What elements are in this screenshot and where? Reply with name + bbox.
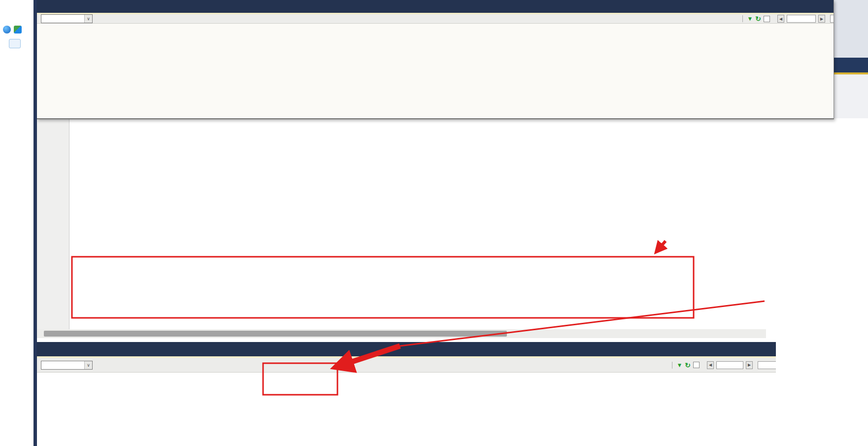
chevron-down-icon: ∨: [84, 15, 92, 23]
app-icon: [14, 26, 22, 34]
explain-results-panel: ∨ ▼ ↻ ◀ ▶: [37, 342, 776, 373]
filter-icon[interactable]: ▼: [747, 15, 753, 22]
row-count-input[interactable]: [758, 361, 776, 369]
editor-gutter: [37, 118, 69, 329]
background-window-left: [0, 0, 33, 446]
readonly-select[interactable]: ∨: [41, 361, 93, 370]
result-tabbar: [37, 342, 776, 356]
refresh-icon[interactable]: ↻: [685, 361, 691, 369]
annotation-line: [400, 301, 765, 346]
horizontal-scrollbar[interactable]: [37, 329, 766, 338]
limit-rows-checkbox[interactable]: [764, 16, 770, 22]
limit-rows-checkbox[interactable]: [693, 362, 700, 368]
background-navy-band: [834, 58, 868, 72]
annotation-arrow-small: [657, 241, 666, 251]
result-tabbar: [37, 0, 834, 13]
spin-up-icon[interactable]: ▶: [818, 15, 825, 23]
spin-down-icon[interactable]: ◀: [707, 361, 714, 369]
result-toolbar: ∨ ▼ ↻ ◀ ▶: [37, 358, 776, 373]
window-left-border: [33, 0, 37, 446]
first-row-input[interactable]: [716, 361, 743, 369]
chevron-down-icon: ∨: [84, 361, 92, 369]
readonly-select[interactable]: ∨: [41, 14, 93, 23]
spin-up-icon[interactable]: ▶: [746, 361, 753, 369]
result-toolbar: ∨ ▼ ↻ ◀ ▶: [37, 14, 834, 24]
new-tab-button[interactable]: [9, 39, 21, 48]
filter-icon[interactable]: ▼: [676, 362, 682, 369]
index-results-panel: ∨ ▼ ↻ ◀ ▶: [37, 0, 834, 119]
spin-down-icon[interactable]: ◀: [777, 15, 784, 23]
first-row-input[interactable]: [787, 15, 816, 23]
browser-icon: [3, 26, 11, 34]
refresh-icon[interactable]: ↻: [755, 15, 761, 23]
scrollbar-thumb[interactable]: [44, 331, 507, 337]
row-count-input[interactable]: [830, 15, 834, 23]
annotation-box-sql: [72, 257, 694, 318]
background-window-topright: [834, 0, 868, 118]
